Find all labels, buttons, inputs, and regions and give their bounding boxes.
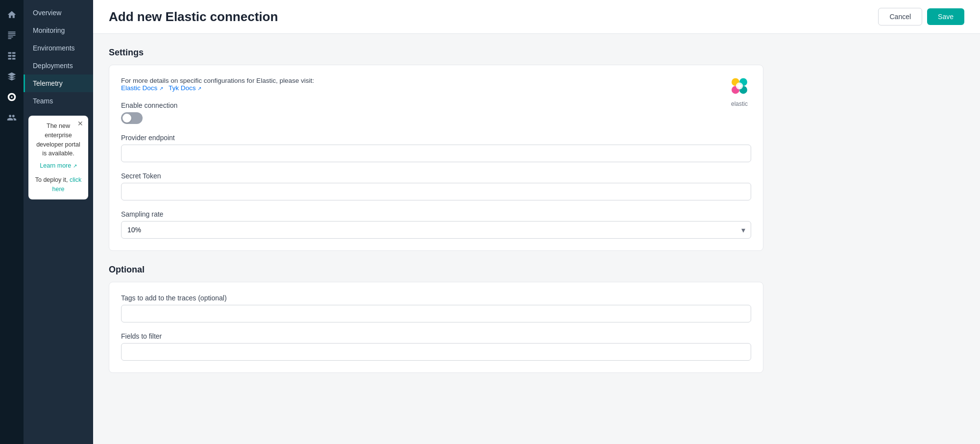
tags-group: Tags to add to the traces (optional)	[121, 294, 751, 322]
sidebar-item-teams[interactable]: Teams	[24, 92, 93, 110]
svg-point-6	[11, 96, 12, 98]
save-button[interactable]: Save	[927, 8, 964, 25]
elastic-docs-link[interactable]: Elastic Docs ↗	[121, 84, 165, 92]
sidebar-item-deployments[interactable]: Deployments	[24, 57, 93, 74]
nav-icon-telemetry[interactable]	[2, 87, 22, 107]
svg-point-12	[734, 80, 737, 84]
tyk-docs-link[interactable]: Tyk Docs ↗	[169, 84, 201, 92]
enable-connection-toggle[interactable]	[121, 112, 143, 124]
enable-connection-group: Enable connection	[121, 101, 751, 124]
fields-filter-input[interactable]	[121, 343, 751, 361]
secret-token-input[interactable]	[121, 183, 751, 200]
toggle-knob	[122, 114, 131, 123]
svg-rect-0	[8, 52, 12, 54]
icon-rail	[0, 0, 24, 444]
nav-icon-deployments[interactable]	[2, 67, 22, 86]
nav-icon-monitoring[interactable]	[2, 25, 22, 45]
tags-label: Tags to add to the traces (optional)	[121, 294, 751, 302]
fields-filter-group: Fields to filter	[121, 332, 751, 361]
tags-input[interactable]	[121, 305, 751, 322]
svg-rect-1	[8, 55, 12, 56]
notification-deploy-text: To deploy it, click here	[34, 175, 82, 194]
cancel-button[interactable]: Cancel	[878, 8, 922, 25]
sidebar-item-monitoring[interactable]: Monitoring	[24, 22, 93, 39]
notification-box: ✕ The new enterprise developer portal is…	[28, 116, 88, 199]
provider-endpoint-input[interactable]	[121, 145, 751, 162]
svg-point-11	[736, 82, 743, 89]
info-banner: For more details on specific configurati…	[121, 77, 751, 92]
sampling-rate-label: Sampling rate	[121, 210, 751, 218]
sampling-rate-select-wrapper: 10% 20% 30% 50% 100% ▾	[121, 221, 751, 239]
svg-point-14	[734, 88, 737, 92]
sampling-rate-group: Sampling rate 10% 20% 30% 50% 100% ▾	[121, 210, 751, 239]
page-content: Settings elastic	[93, 34, 779, 400]
elastic-docs-external-icon: ↗	[159, 86, 163, 91]
svg-rect-5	[12, 58, 16, 59]
optional-card: Tags to add to the traces (optional) Fie…	[109, 282, 763, 373]
nav-icon-environments[interactable]	[2, 46, 22, 66]
enable-connection-label: Enable connection	[121, 101, 751, 109]
provider-endpoint-label: Provider endpoint	[121, 134, 751, 142]
learn-more-icon: ↗	[73, 163, 77, 169]
svg-rect-3	[12, 52, 16, 54]
elastic-logo: elastic	[728, 75, 751, 107]
svg-point-15	[741, 88, 745, 92]
sidebar-item-environments[interactable]: Environments	[24, 39, 93, 57]
svg-rect-4	[12, 55, 16, 56]
settings-card: elastic For more details on specific con…	[109, 65, 763, 251]
settings-section-title: Settings	[109, 48, 763, 58]
sampling-rate-select[interactable]: 10% 20% 30% 50% 100%	[121, 221, 751, 239]
top-bar: Add new Elastic connection Cancel Save	[93, 0, 980, 34]
secret-token-group: Secret Token	[121, 172, 751, 200]
nav-icon-teams[interactable]	[2, 108, 22, 127]
learn-more-link[interactable]: Learn more	[40, 162, 71, 169]
notification-text: The new enterprise developer portal is a…	[34, 122, 82, 158]
page-title: Add new Elastic connection	[109, 9, 278, 25]
optional-section-title: Optional	[109, 265, 763, 275]
tyk-docs-external-icon: ↗	[197, 86, 201, 91]
main-content: Add new Elastic connection Cancel Save S…	[93, 0, 980, 444]
svg-point-13	[741, 80, 745, 84]
sidebar-item-telemetry[interactable]: Telemetry	[24, 74, 93, 92]
svg-rect-2	[8, 58, 12, 59]
sidebar-item-overview[interactable]: Overview	[24, 4, 93, 22]
notification-close-button[interactable]: ✕	[77, 120, 83, 127]
sidebar-nav: Overview Monitoring Environments Deploym…	[24, 0, 93, 444]
fields-filter-label: Fields to filter	[121, 332, 751, 340]
nav-icon-home[interactable]	[2, 5, 22, 25]
provider-endpoint-group: Provider endpoint	[121, 134, 751, 162]
top-actions: Cancel Save	[878, 8, 964, 25]
elastic-logo-text: elastic	[731, 100, 748, 107]
secret-token-label: Secret Token	[121, 172, 751, 180]
